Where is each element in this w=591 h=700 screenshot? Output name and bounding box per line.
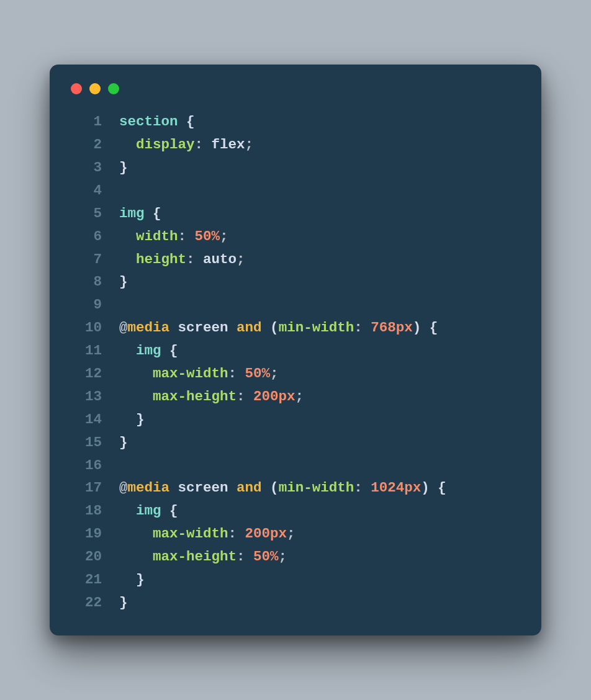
code-token: % [270, 545, 279, 568]
code-token: ; [270, 362, 279, 385]
line-number: 16 [68, 454, 102, 477]
code-token [169, 316, 178, 339]
code-token: section [119, 110, 186, 133]
line-number: 18 [68, 500, 102, 523]
code-token: max-width [153, 523, 228, 545]
code-token: img [119, 202, 153, 225]
code-token: } [119, 156, 128, 179]
line-number: 6 [68, 225, 102, 248]
code-token: 50 [245, 362, 262, 385]
code-token: 1024 [371, 477, 404, 500]
code-token: img [136, 500, 169, 523]
code-line: 18 img { [68, 500, 523, 523]
line-number: 1 [68, 110, 102, 133]
minimize-icon[interactable] [89, 83, 101, 94]
code-token: } [136, 408, 145, 431]
line-number: 4 [68, 179, 102, 202]
code-token [119, 545, 153, 568]
code-token: ; [279, 545, 287, 568]
code-line: 5img { [68, 202, 523, 225]
code-token [119, 225, 136, 248]
zoom-icon[interactable] [108, 83, 119, 94]
code-token [262, 477, 271, 500]
code-line: 7 height: auto; [68, 248, 523, 271]
code-token: ; [296, 385, 304, 408]
code-token: : [186, 248, 203, 271]
code-token: px [404, 477, 421, 500]
code-token: } [119, 271, 128, 294]
code-token: px [396, 316, 413, 339]
code-token: : [237, 385, 253, 408]
line-number: 5 [68, 202, 102, 225]
code-token: { [421, 316, 438, 339]
code-token: max-height [153, 545, 237, 568]
code-line: 3} [68, 156, 523, 179]
line-number: 2 [68, 133, 102, 156]
line-number: 3 [68, 156, 102, 179]
code-token: : [178, 225, 195, 248]
code-token: height [136, 248, 186, 271]
code-token: media [128, 477, 170, 500]
code-token: : [195, 133, 212, 156]
line-number: 20 [68, 545, 102, 568]
code-token [119, 568, 136, 591]
code-token: 50 [253, 545, 270, 568]
code-line: 4 [68, 179, 523, 202]
line-number: 12 [68, 362, 102, 385]
line-number: 17 [68, 477, 102, 500]
code-line: 17@media screen and (min-width: 1024px) … [68, 477, 523, 500]
code-token: { [169, 500, 178, 523]
code-token: { [186, 110, 195, 133]
code-token [119, 339, 136, 362]
code-token: { [153, 202, 161, 225]
code-token [119, 133, 136, 156]
code-token: ; [287, 523, 296, 545]
code-token: max-height [153, 385, 237, 408]
code-token: ; [220, 225, 228, 248]
code-token: ; [237, 248, 245, 271]
code-line: 8} [68, 271, 523, 294]
code-token: @ [119, 477, 128, 500]
code-line: 9 [68, 294, 523, 316]
line-number: 15 [68, 431, 102, 454]
code-token: { [169, 339, 178, 362]
code-token [119, 500, 136, 523]
code-token: } [136, 568, 145, 591]
code-token: width [136, 225, 178, 248]
code-token: max-width [153, 362, 228, 385]
code-token: img [136, 339, 169, 362]
code-token: 200 [253, 385, 279, 408]
code-token: } [119, 431, 128, 454]
close-icon[interactable] [71, 83, 82, 94]
line-number: 9 [68, 294, 102, 316]
window-controls [68, 83, 523, 94]
code-token: 200 [245, 523, 271, 545]
code-token [119, 523, 153, 545]
code-token: min-width [279, 316, 354, 339]
code-block: 1section {2 display: flex;3}45img {6 wid… [68, 110, 523, 614]
code-token: px [279, 385, 296, 408]
code-token: ; [245, 133, 254, 156]
code-token: px [270, 523, 287, 545]
code-token: auto [203, 248, 237, 271]
code-token: display [136, 133, 195, 156]
code-token: % [212, 225, 220, 248]
code-token: and [237, 477, 262, 500]
code-token: % [262, 362, 271, 385]
code-token: : [354, 477, 371, 500]
code-token: ( [270, 477, 279, 500]
code-line: 15} [68, 431, 523, 454]
code-token [119, 362, 153, 385]
code-line: 16 [68, 454, 523, 477]
code-token [119, 248, 136, 271]
code-token [169, 477, 178, 500]
code-line: 14 } [68, 408, 523, 431]
line-number: 8 [68, 271, 102, 294]
line-number: 13 [68, 385, 102, 408]
code-token: : [228, 362, 245, 385]
code-token [228, 316, 237, 339]
code-token: flex [212, 133, 245, 156]
code-token: and [237, 316, 262, 339]
code-line: 2 display: flex; [68, 133, 523, 156]
code-token: : [354, 316, 371, 339]
